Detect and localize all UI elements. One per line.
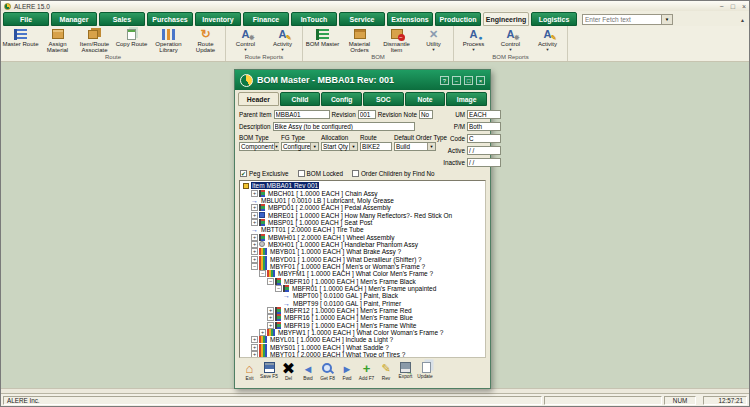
ribbon-button-bom-master[interactable]: BOM Master — [304, 27, 341, 54]
tree-item[interactable]: +MBPD01 [ 2.0000 EACH ] Pedal Assembly — [241, 204, 485, 211]
menu-tab-extensions[interactable]: Extensions — [387, 12, 433, 26]
tree-item[interactable]: +MBRE01 [ 1.0000 EACH ] How Many Reflect… — [241, 211, 485, 218]
tab-note[interactable]: Note — [405, 92, 446, 106]
dialog-maximize-button[interactable]: □ — [464, 76, 473, 85]
code-field[interactable] — [467, 134, 501, 143]
tree-item[interactable]: +MBCH01 [ 1.0000 EACH ] Chain Assy — [241, 189, 485, 196]
expand-icon[interactable]: + — [251, 351, 258, 358]
export-button[interactable]: Export — [398, 362, 413, 379]
tab-soc[interactable]: SOC — [363, 92, 404, 106]
checked-checkbox-icon[interactable]: ✔ — [240, 170, 247, 177]
tree-item[interactable]: →MBPT99 [ 0.0100 GAL ] Paint, Primer — [241, 300, 485, 307]
menu-tab-service[interactable]: Service — [339, 12, 385, 26]
ribbon-button-route-update[interactable]: ↻Route Update — [187, 27, 224, 54]
unchecked-checkbox-icon[interactable] — [352, 170, 359, 177]
dialog-minimize-button[interactable]: − — [452, 76, 461, 85]
ribbon-button-dismantle-item[interactable]: Dismantle Item — [378, 27, 415, 54]
ribbon-button-control[interactable]: A✸Control▼ — [492, 27, 529, 54]
save-f5-button[interactable]: Save F5 — [262, 362, 277, 379]
unchecked-checkbox-icon[interactable] — [298, 170, 305, 177]
tab-image[interactable]: Image — [446, 92, 487, 106]
tree-item[interactable]: +MBFR16 [ 1.0000 EACH ] Men's Frame Blue — [241, 314, 485, 321]
tree-item[interactable]: →MBTT01 [ 2.0000 EACH ] Tire Tube — [241, 226, 485, 233]
expand-icon[interactable]: + — [267, 307, 274, 314]
tree-item[interactable]: +MBXH01 [ 1.0000 EACH ] Handlebar Phanto… — [241, 241, 485, 248]
checkbox-bom-locked[interactable]: BOM Locked — [298, 170, 343, 177]
ribbon-button-master-route[interactable]: Master Route — [2, 27, 39, 54]
expand-icon[interactable]: + — [251, 256, 258, 263]
dialog-close-button[interactable]: × — [476, 76, 485, 85]
tree-item[interactable]: −MBYF01 [ 1.0000 EACH ] Men's or Woman's… — [241, 263, 485, 270]
collapse-icon[interactable]: − — [251, 263, 258, 270]
menu-tab-inventory[interactable]: Inventory — [195, 12, 241, 26]
ribbon-button-operation-library[interactable]: Operation Library — [150, 27, 187, 54]
tree-item[interactable]: +MBYB01 [ 1.0000 EACH ] What Brake Assy … — [241, 248, 485, 255]
bom-type-select[interactable]: Component ▼ — [239, 142, 279, 151]
checkbox-order-children-by-find-no[interactable]: Order Children by Find No — [352, 170, 435, 177]
menu-tab-logistics[interactable]: Logistics — [531, 12, 577, 26]
fetch-input[interactable] — [582, 14, 662, 25]
revision-field[interactable] — [358, 110, 376, 119]
ribbon-button-item-route-associate[interactable]: Item/Route Associate — [76, 27, 113, 54]
um-field[interactable] — [467, 110, 501, 119]
active-field[interactable] — [467, 146, 501, 155]
description-field[interactable] — [273, 122, 415, 131]
expand-icon[interactable]: + — [267, 322, 274, 329]
tree-item[interactable]: +MBFR19 [ 1.0000 EACH ] Men's Frame Whit… — [241, 322, 485, 329]
collapse-icon[interactable]: − — [259, 270, 266, 277]
menu-tab-sales[interactable]: Sales — [99, 12, 145, 26]
dialog-titlebar[interactable]: BOM Master - MBBA01 Rev: 001 ?−□× — [235, 70, 490, 90]
menu-tab-purchases[interactable]: Purchases — [147, 12, 193, 26]
menu-tab-engineering[interactable]: Engineering — [483, 12, 529, 26]
fwd-button[interactable]: ►Fwd — [340, 362, 355, 381]
update-button[interactable]: Update — [418, 362, 433, 379]
menu-tab-manager[interactable]: Manager — [51, 12, 97, 26]
ribbon-button-assign-material[interactable]: Assign Material — [39, 27, 76, 54]
inactive-field[interactable] — [467, 158, 501, 167]
tree-item[interactable]: +MBWH01 [ 2.0000 EACH ] Wheel Assembly — [241, 233, 485, 240]
default-order-type-select[interactable]: Build ▼ — [394, 142, 436, 151]
parent-item-field[interactable] — [274, 110, 330, 119]
tree-item[interactable]: +MBSP01 [ 1.0000 EACH ] Seat Post — [241, 219, 485, 226]
add-f7-button[interactable]: +Add F7 — [359, 362, 374, 381]
expand-icon[interactable]: + — [251, 336, 258, 343]
ribbon-button-utility[interactable]: ✕Utility▼ — [415, 27, 452, 54]
menu-tab-intouch[interactable]: InTouch — [291, 12, 337, 26]
expand-icon[interactable]: + — [251, 234, 258, 241]
minimize-icon[interactable]: − — [720, 3, 724, 10]
ribbon-collapse-icon[interactable]: ▲ — [740, 17, 745, 23]
checkbox-peg-exclusive[interactable]: ✔Peg Exclusive — [240, 170, 289, 177]
route-field[interactable] — [360, 142, 392, 151]
ribbon-button-control[interactable]: A✸Control▼ — [227, 27, 264, 54]
tree-item[interactable]: −MBYFM1 [ 1.0000 EACH ] What Color Men's… — [241, 270, 485, 277]
tab-child[interactable]: Child — [280, 92, 321, 106]
ribbon-button-activity[interactable]: A✎Activity▼ — [264, 27, 301, 54]
tree-item[interactable]: +MBYT01 [ 2.0000 EACH ] What Type of Tir… — [241, 351, 485, 358]
ribbon-button-copy-route[interactable]: Copy Route — [113, 27, 150, 54]
pm-field[interactable] — [467, 122, 501, 131]
get-f8-button[interactable]: Get F8 — [320, 362, 335, 381]
del-button[interactable]: ✖Del — [281, 362, 296, 381]
ribbon-button-activity[interactable]: A✎Activity▼ — [529, 27, 566, 54]
menu-tab-production[interactable]: Production — [435, 12, 481, 26]
tree-item[interactable]: +MBFR12 [ 1.0000 EACH ] Men's Frame Red — [241, 307, 485, 314]
expand-icon[interactable]: + — [267, 314, 274, 321]
tree-item[interactable]: +MBYD01 [ 1.0000 EACH ] What Derailleur … — [241, 255, 485, 262]
collapse-icon[interactable]: − — [275, 285, 282, 292]
menu-tab-file[interactable]: File — [3, 12, 49, 26]
dialog-help-button[interactable]: ? — [440, 76, 449, 85]
close-icon[interactable]: × — [742, 3, 746, 10]
fetch-dropdown-button[interactable]: ▼ — [662, 14, 673, 25]
bwd-button[interactable]: ◄Bwd — [301, 362, 316, 381]
allocation-select[interactable]: Start Qty ▼ — [321, 142, 358, 151]
collapse-icon[interactable]: − — [267, 278, 274, 285]
expand-icon[interactable]: + — [251, 212, 258, 219]
expand-icon[interactable]: + — [251, 204, 258, 211]
tree-item[interactable]: +MBYS01 [ 1.0000 EACH ] What Saddle ? — [241, 344, 485, 351]
tree-item[interactable]: Item MBBA01 Rev 001 — [241, 182, 485, 189]
expand-icon[interactable]: + — [259, 329, 266, 336]
tab-header[interactable]: Header — [238, 92, 279, 106]
exit-button[interactable]: ⌂Exit — [242, 362, 257, 381]
tree-item[interactable]: →MBPT00 [ 0.0100 GAL ] Paint, Black — [241, 292, 485, 299]
expand-icon[interactable]: + — [251, 241, 258, 248]
